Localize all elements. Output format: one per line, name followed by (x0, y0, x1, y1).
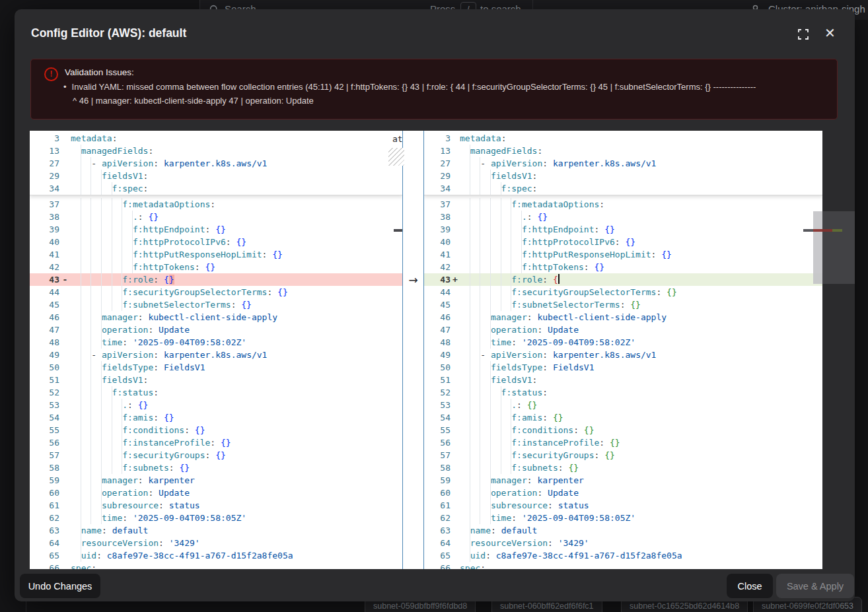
code-line[interactable]: 53 .: {} (30, 399, 402, 411)
code-line[interactable]: 37 f:metadataOptions: (424, 198, 822, 211)
code-line[interactable]: 59 manager: karpenter (424, 474, 822, 487)
code-line[interactable]: 62 time: '2025-09-04T09:58:05Z' (30, 512, 402, 524)
code-line[interactable]: 44 f:securityGroupSelectorTerms: {} (424, 286, 822, 298)
diff-pane-original[interactable]: 3metadata:13 managedFields:27 - apiVersi… (30, 131, 402, 569)
code-line[interactable]: 49 - apiVersion: karpenter.k8s.aws/v1 (424, 349, 822, 361)
code-line[interactable]: 40 f:httpProtocolIPv6: {} (30, 236, 402, 248)
code-line[interactable]: 37 f:metadataOptions: (30, 198, 402, 211)
code-line[interactable]: 3metadata: (424, 132, 822, 145)
code-line[interactable]: 60 operation: Update (424, 487, 822, 499)
code-line[interactable]: 61 subresource: status (30, 499, 402, 512)
code-line[interactable]: 45 f:subnetSelectorTerms: {} (30, 298, 402, 311)
code-line[interactable]: 63 name: default (30, 524, 402, 537)
scrollbar-slider[interactable] (813, 211, 822, 284)
indent-guides (460, 411, 511, 424)
code-line[interactable]: 55 f:conditions: {} (30, 424, 402, 436)
code-line[interactable]: 47 operation: Update (424, 323, 822, 336)
close-button[interactable]: ✕ (823, 25, 837, 41)
code-line[interactable]: 48 time: '2025-09-04T09:58:02Z' (424, 336, 822, 349)
code-line[interactable]: 42 f:httpTokens: {} (424, 261, 822, 273)
code-token: : (517, 400, 527, 410)
undo-changes-button[interactable]: Undo Changes (20, 574, 100, 598)
code-line[interactable]: 40 f:httpProtocolIPv6: {} (424, 236, 822, 248)
code-line[interactable]: 49 - apiVersion: karpenter.k8s.aws/v1 (30, 349, 402, 361)
code-line[interactable]: 3metadata: (30, 132, 402, 145)
indent-guides (71, 170, 102, 182)
code-line[interactable]: 48 time: '2025-09-04T09:58:02Z' (30, 336, 402, 349)
close-modal-button[interactable]: Close (727, 574, 773, 598)
revert-change-arrow[interactable]: → (408, 273, 417, 287)
code-line[interactable]: 45 f:subnetSelectorTerms: {} (424, 298, 822, 311)
code-line[interactable]: 66spec: (424, 562, 822, 569)
code-line[interactable]: 13 managedFields: (30, 145, 402, 157)
code-line[interactable]: 56 f:instanceProfile: {} (30, 436, 402, 449)
line-number: 52 (424, 386, 451, 399)
code-line[interactable]: 43- f:role: {} (30, 273, 402, 286)
code-line[interactable]: 39 f:httpEndpoint: {} (424, 223, 822, 236)
line-number: 3 (424, 132, 451, 145)
diff-sign (59, 549, 71, 562)
code-content: uid: c8afe97e-38cc-4f91-a767-d15f2a8fe05… (460, 549, 822, 562)
code-line[interactable]: 47 operation: Update (30, 323, 402, 336)
line-number: 58 (30, 461, 59, 474)
code-line[interactable]: 54 f:amis: {} (30, 411, 402, 424)
code-line[interactable]: 39 f:httpEndpoint: {} (30, 223, 402, 236)
code-line[interactable]: 53 .: {} (424, 399, 822, 411)
code-line[interactable]: 43+ f:role: { (424, 273, 822, 286)
minimap-slider[interactable] (822, 211, 855, 284)
code-line[interactable]: 52 f:status: (30, 386, 402, 399)
code-token: : (153, 413, 164, 423)
code-line[interactable]: 61 subresource: status (424, 499, 822, 512)
diff-sash[interactable]: → (402, 131, 424, 569)
line-number: 29 (30, 170, 59, 182)
code-line[interactable]: 54 f:amis: {} (424, 411, 822, 424)
code-content: operation: Update (460, 487, 822, 499)
code-line[interactable]: 55 f:conditions: {} (424, 424, 822, 436)
code-line[interactable]: 64 resourceVersion: '3429' (30, 537, 402, 549)
code-token: {} (195, 425, 205, 435)
validation-title: Validation Issues: (65, 67, 134, 77)
code-token: FieldsV1 (553, 362, 595, 372)
code-line[interactable]: 46 manager: kubectl-client-side-apply (30, 311, 402, 323)
code-line[interactable]: 63 name: default (424, 524, 822, 537)
code-line[interactable]: 27 - apiVersion: karpenter.k8s.aws/v1 (424, 157, 822, 170)
code-content: f:subnetSelectorTerms: {} (71, 298, 402, 311)
diff-pane-modified[interactable]: 3metadata:13 managedFields:27 - apiVersi… (424, 131, 822, 569)
code-line[interactable]: 56 f:instanceProfile: {} (424, 436, 822, 449)
code-line[interactable]: 65 uid: c8afe97e-38cc-4f91-a767-d15f2a8f… (30, 549, 402, 562)
code-line[interactable]: 51 fieldsV1: (30, 374, 402, 386)
indent-guides (71, 311, 102, 323)
code-line[interactable]: 46 manager: kubectl-client-side-apply (424, 311, 822, 323)
code-line[interactable]: 50 fieldsType: FieldsV1 (30, 361, 402, 374)
code-line[interactable]: 38 .: {} (424, 211, 822, 223)
code-line[interactable]: 65 uid: c8afe97e-38cc-4f91-a767-d15f2a8f… (424, 549, 822, 562)
code-line[interactable]: 62 time: '2025-09-04T09:58:05Z' (424, 512, 822, 524)
code-line[interactable]: 41 f:httpPutResponseHopLimit: {} (424, 248, 822, 261)
code-line[interactable]: 59 manager: karpenter (30, 474, 402, 487)
line-number: 47 (30, 323, 59, 336)
code-line[interactable]: 52 f:status: (424, 386, 822, 399)
fullscreen-button[interactable] (796, 27, 811, 42)
code-line[interactable]: 29 fieldsV1: (424, 170, 822, 182)
code-line[interactable]: 44 f:securityGroupSelectorTerms: {} (30, 286, 402, 298)
code-line[interactable]: 38 .: {} (30, 211, 402, 223)
code-line[interactable]: 57 f:securityGroups: {} (424, 449, 822, 461)
code-line[interactable]: 58 f:subnets: {} (424, 461, 822, 474)
code-line[interactable]: 29 fieldsV1: (30, 170, 402, 182)
indent-guides (460, 298, 511, 311)
code-token: : (537, 146, 542, 156)
code-line[interactable]: 66spec: (30, 562, 402, 569)
code-line[interactable]: 58 f:subnets: {} (30, 461, 402, 474)
code-line[interactable]: 51 fieldsV1: (424, 374, 822, 386)
code-line[interactable]: 13 managedFields: (424, 145, 822, 157)
code-line[interactable]: 42 f:httpTokens: {} (30, 261, 402, 273)
code-line[interactable]: 34 f:spec: (424, 182, 822, 195)
code-line[interactable]: 27 - apiVersion: karpenter.k8s.aws/v1 (30, 157, 402, 170)
code-line[interactable]: 57 f:securityGroups: {} (30, 449, 402, 461)
code-line[interactable]: 34 f:spec: (30, 182, 402, 195)
line-number: 34 (30, 182, 59, 195)
code-line[interactable]: 64 resourceVersion: '3429' (424, 537, 822, 549)
code-line[interactable]: 41 f:httpPutResponseHopLimit: {} (30, 248, 402, 261)
code-line[interactable]: 50 fieldsType: FieldsV1 (424, 361, 822, 374)
code-line[interactable]: 60 operation: Update (30, 487, 402, 499)
